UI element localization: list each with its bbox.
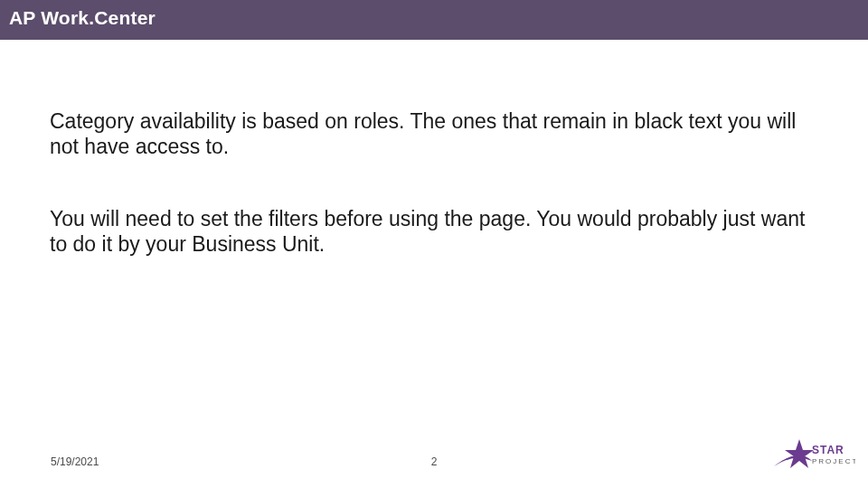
body-paragraph-2: You will need to set the filters before … (50, 206, 818, 257)
slide-body: Category availability is based on roles.… (50, 108, 818, 257)
slide-footer: 5/19/2021 2 STAR PROJECT (0, 441, 868, 472)
body-paragraph-1: Category availability is based on roles.… (50, 108, 818, 159)
slide-header: AP Work.Center (0, 0, 868, 40)
star-icon: STAR PROJECT (772, 436, 855, 472)
star-project-logo: STAR PROJECT (772, 436, 855, 472)
slide-title: AP Work.Center (9, 7, 156, 28)
svg-text:PROJECT: PROJECT (812, 457, 855, 465)
footer-date: 5/19/2021 (51, 455, 99, 468)
svg-text:STAR: STAR (812, 444, 844, 456)
footer-page-number: 2 (431, 455, 438, 468)
